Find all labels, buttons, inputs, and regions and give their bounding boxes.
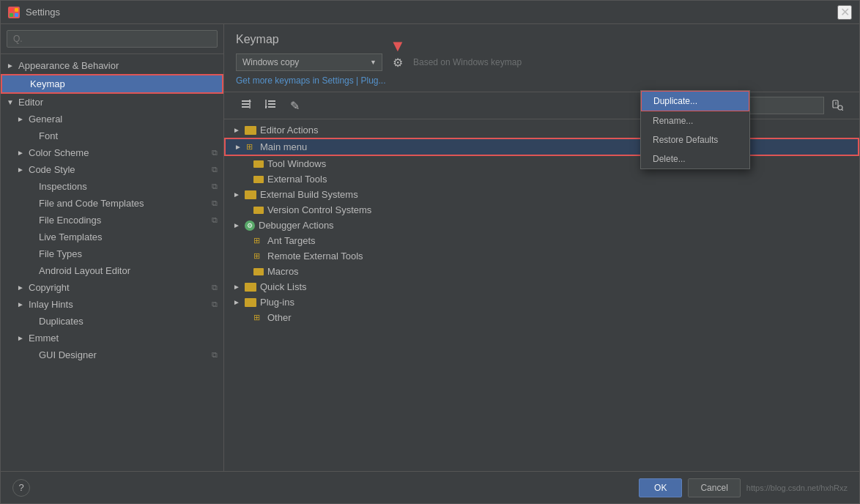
sidebar-item-font[interactable]: Font [1,127,223,144]
arrow-icon [7,98,15,107]
title-bar: Settings ✕ [1,1,859,24]
arrow-icon [27,233,36,242]
sidebar-item-label: Code Style [29,164,75,175]
sidebar-item-file-code-templates[interactable]: File and Code Templates ⧉ [1,195,223,212]
copy-icon: ⧉ [212,283,218,292]
arrow-icon [27,199,36,208]
arrow-icon [234,143,243,152]
folder-small-icon [253,268,264,275]
ok-button[interactable]: OK [639,478,682,497]
red-arrow-indicator: ▼ [390,38,406,54]
arrow-icon [27,182,36,191]
svg-rect-1 [15,8,18,12]
edit-button[interactable]: ✎ [286,97,304,114]
sidebar-item-label: Inspections [39,181,87,192]
collapse-all-button[interactable] [236,97,256,114]
sidebar-item-live-templates[interactable]: Live Templates [1,229,223,245]
grid-icon: ⊞ [246,142,256,152]
sidebar-item-label: File and Code Templates [39,198,144,209]
folder-icon [245,190,256,199]
gear-button[interactable] [390,54,406,71]
keymap-tree: Editor Actions ⊞ Main menu Tool Windows [224,119,859,471]
sidebar-item-label: Appearance & Behavior [18,60,119,71]
copy-icon: ⧉ [212,165,218,174]
find-shortcuts-button[interactable] [827,97,848,114]
sidebar-item-general[interactable]: General [1,111,223,127]
settings-tree: Appearance & Behavior Keymap Editor Gene… [1,54,223,471]
keymap-item-external-tools[interactable]: External Tools [224,171,859,187]
keymap-item-label: Other [267,312,292,323]
sidebar-item-gui-designer[interactable]: GUI Designer ⧉ [1,346,223,363]
arrow-icon [17,334,26,343]
search-box [1,24,223,54]
keymap-item-plugins[interactable]: Plug-ins [224,294,859,310]
keymap-item-label: Editor Actions [260,125,319,136]
svg-rect-9 [268,103,275,105]
dropdown-item-rename[interactable]: Rename... [641,111,749,130]
sidebar-item-label: Duplicates [39,316,84,327]
sidebar-item-emmet[interactable]: Emmet [1,330,223,346]
dropdown-item-restore-defaults[interactable]: Restore Defaults [641,130,749,149]
sidebar-item-editor[interactable]: Editor [1,94,223,111]
arrow-icon [233,298,242,307]
sidebar-item-copyright[interactable]: Copyright ⧉ [1,279,223,296]
sidebar-item-inspections[interactable]: Inspections ⧉ [1,178,223,195]
left-panel: Appearance & Behavior Keymap Editor Gene… [1,24,224,471]
sidebar-item-keymap[interactable]: Keymap [1,74,223,94]
arrow-icon [242,206,251,215]
folder-icon [245,298,256,307]
keymap-row: Windows copy Default Mac OS X ▼ Based on… [236,53,848,71]
sidebar-item-inlay-hints[interactable]: Inlay Hints ⧉ [1,296,223,313]
keymap-item-label: Version Control Systems [267,204,371,215]
keymap-select-wrapper: Windows copy Default Mac OS X [236,53,382,71]
get-more-link[interactable]: Get more keymaps in Settings | Plug... [236,75,386,86]
sidebar-item-file-encodings[interactable]: File Encodings ⧉ [1,212,223,229]
sidebar-item-file-types[interactable]: File Types [1,245,223,262]
svg-rect-5 [242,103,249,105]
copy-icon: ⧉ [212,215,218,225]
sidebar-item-label: Font [39,130,58,141]
svg-rect-4 [242,100,249,102]
copy-icon: ⧉ [212,350,218,360]
keymap-item-external-build[interactable]: External Build Systems [224,187,859,202]
sidebar-item-label: Color Scheme [29,147,89,158]
expand-all-button[interactable] [261,97,281,114]
sidebar-item-android-layout[interactable]: Android Layout Editor [1,262,223,279]
copy-icon: ⧉ [212,199,218,208]
bottom-right: OK Cancel https://blog.csdn.net/hxhRxz [639,478,848,497]
arrow-icon [233,126,242,135]
keymap-item-tool-windows[interactable]: Tool Windows [224,156,859,171]
sidebar-item-duplicates[interactable]: Duplicates [1,313,223,330]
keymap-item-version-control[interactable]: Version Control Systems [224,202,859,218]
keymap-item-other[interactable]: ⊞ Other [224,310,859,325]
window-title: Settings [26,7,60,18]
settings-search-input[interactable] [7,30,218,48]
help-button[interactable]: ? [12,479,30,497]
arrow-icon [27,216,36,225]
bottom-bar: ? OK Cancel https://blog.csdn.net/hxhRxz [1,471,859,503]
svg-point-15 [838,105,842,110]
keymap-select[interactable]: Windows copy Default Mac OS X [236,53,382,71]
keymap-item-label: Plug-ins [260,297,294,308]
keymap-item-ant-targets[interactable]: ⊞ Ant Targets [224,233,859,248]
svg-rect-8 [268,100,275,102]
keymap-item-editor-actions[interactable]: Editor Actions [224,122,859,138]
dialog-body: Appearance & Behavior Keymap Editor Gene… [1,24,859,471]
cancel-button[interactable]: Cancel [688,478,740,497]
settings-dialog: Settings ✕ Appearance & Behavior Keymap [0,0,860,504]
sidebar-item-appearance[interactable]: Appearance & Behavior [1,57,223,74]
close-button[interactable]: ✕ [837,5,852,20]
sidebar-item-color-scheme[interactable]: Color Scheme ⧉ [1,144,223,161]
svg-rect-10 [268,106,275,108]
keymap-item-quick-lists[interactable]: Quick Lists [224,279,859,294]
sidebar-item-code-style[interactable]: Code Style ⧉ [1,161,223,178]
right-header: Keymap Windows copy Default Mac OS X ▼ B… [224,24,859,92]
keymap-item-label: Ant Targets [267,235,316,246]
arrow-icon [17,166,26,174]
keymap-item-main-menu[interactable]: ⊞ Main menu [224,138,859,156]
dropdown-item-delete[interactable]: Delete... [641,149,749,168]
keymap-item-macros[interactable]: Macros [224,264,859,279]
keymap-item-debugger-actions[interactable]: ⚙ Debugger Actions [224,218,859,233]
dropdown-item-duplicate[interactable]: Duplicate... [641,91,749,111]
keymap-item-remote-external[interactable]: ⊞ Remote External Tools [224,248,859,264]
